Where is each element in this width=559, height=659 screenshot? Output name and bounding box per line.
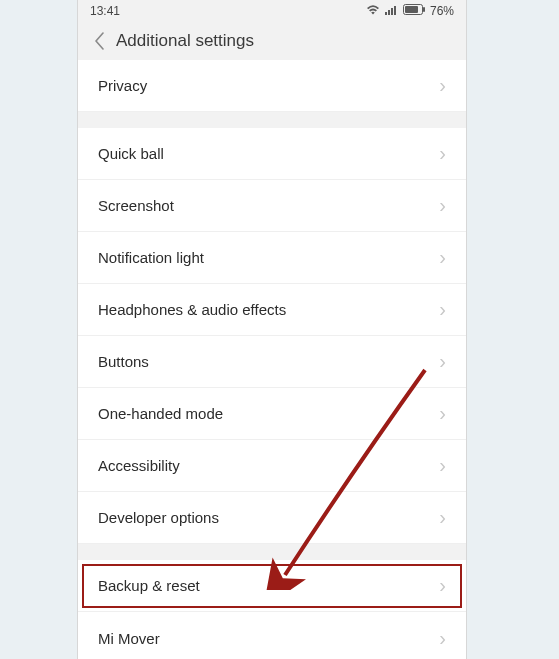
item-label: Accessibility bbox=[98, 457, 180, 474]
chevron-right-icon: › bbox=[439, 627, 446, 650]
item-label: Buttons bbox=[98, 353, 149, 370]
chevron-right-icon: › bbox=[439, 350, 446, 373]
item-label: Quick ball bbox=[98, 145, 164, 162]
status-bar: 13:41 76% bbox=[78, 0, 466, 22]
chevron-right-icon: › bbox=[439, 246, 446, 269]
notification-light-item[interactable]: Notification light › bbox=[78, 232, 466, 284]
chevron-right-icon: › bbox=[439, 194, 446, 217]
accessibility-item[interactable]: Accessibility › bbox=[78, 440, 466, 492]
item-label: Mi Mover bbox=[98, 630, 160, 647]
back-button[interactable] bbox=[86, 28, 112, 54]
status-time: 13:41 bbox=[90, 4, 120, 18]
chevron-right-icon: › bbox=[439, 74, 446, 97]
chevron-right-icon: › bbox=[439, 402, 446, 425]
battery-percent: 76% bbox=[430, 4, 454, 18]
phone-frame: 13:41 76% Additional settings Privacy › bbox=[78, 0, 466, 659]
svg-rect-0 bbox=[385, 12, 387, 15]
one-handed-item[interactable]: One-handed mode › bbox=[78, 388, 466, 440]
svg-rect-2 bbox=[391, 8, 393, 15]
item-label: Headphones & audio effects bbox=[98, 301, 286, 318]
header: Additional settings bbox=[78, 22, 466, 60]
wifi-icon bbox=[366, 4, 380, 18]
item-label: Backup & reset bbox=[98, 577, 200, 594]
mi-mover-item[interactable]: Mi Mover › bbox=[78, 612, 466, 659]
svg-rect-6 bbox=[405, 6, 418, 13]
headphones-audio-item[interactable]: Headphones & audio effects › bbox=[78, 284, 466, 336]
backup-reset-item[interactable]: Backup & reset › bbox=[78, 560, 466, 612]
item-label: One-handed mode bbox=[98, 405, 223, 422]
screenshot-item[interactable]: Screenshot › bbox=[78, 180, 466, 232]
chevron-right-icon: › bbox=[439, 142, 446, 165]
item-label: Screenshot bbox=[98, 197, 174, 214]
item-label: Privacy bbox=[98, 77, 147, 94]
chevron-right-icon: › bbox=[439, 506, 446, 529]
chevron-right-icon: › bbox=[439, 298, 446, 321]
buttons-item[interactable]: Buttons › bbox=[78, 336, 466, 388]
svg-rect-5 bbox=[423, 7, 425, 12]
svg-rect-3 bbox=[394, 6, 396, 15]
chevron-right-icon: › bbox=[439, 454, 446, 477]
signal-icon bbox=[385, 4, 398, 18]
page-title: Additional settings bbox=[116, 31, 254, 51]
item-label: Notification light bbox=[98, 249, 204, 266]
developer-options-item[interactable]: Developer options › bbox=[78, 492, 466, 544]
settings-list: Privacy › Quick ball › Screenshot › Noti… bbox=[78, 60, 466, 659]
privacy-item[interactable]: Privacy › bbox=[78, 60, 466, 112]
chevron-right-icon: › bbox=[439, 574, 446, 597]
section-gap bbox=[78, 112, 466, 128]
svg-rect-1 bbox=[388, 10, 390, 15]
item-label: Developer options bbox=[98, 509, 219, 526]
quick-ball-item[interactable]: Quick ball › bbox=[78, 128, 466, 180]
battery-icon bbox=[403, 4, 425, 18]
section-gap bbox=[78, 544, 466, 560]
